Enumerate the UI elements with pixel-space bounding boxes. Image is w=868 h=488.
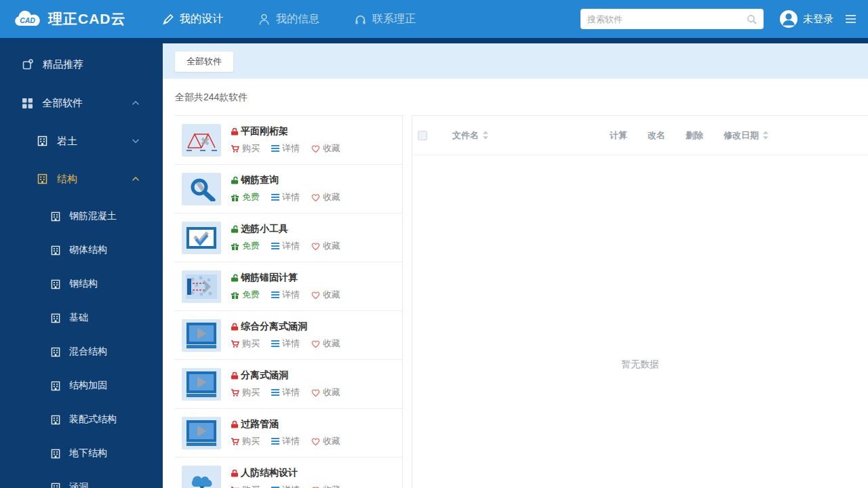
- sidebar-category-label: 岩土: [57, 135, 77, 148]
- software-item-pipe-culvert[interactable]: 过路管涵 购买 详情 收藏: [175, 409, 402, 458]
- header-nav: 我的设计 我的信息 联系理正: [161, 12, 416, 26]
- software-item-anchorage-calc[interactable]: 钢筋锚固计算 免费 详情 收藏: [175, 262, 402, 311]
- lock-closed-icon: [231, 323, 239, 331]
- buy-button[interactable]: 购买: [231, 435, 260, 447]
- buy-button[interactable]: 购买: [231, 484, 260, 488]
- detail-button[interactable]: 详情: [271, 484, 300, 488]
- cart-icon: [231, 340, 239, 348]
- sidebar-sub-mixed[interactable]: 混合结构: [0, 335, 163, 369]
- detail-button[interactable]: 详情: [271, 191, 300, 203]
- lock-closed-icon: [231, 420, 239, 428]
- check-rect-icon: [185, 226, 218, 250]
- free-button[interactable]: 免费: [231, 240, 260, 252]
- nav-my-designs[interactable]: 我的设计: [161, 12, 223, 26]
- sidebar-sub-steel[interactable]: 钢结构: [0, 267, 163, 301]
- detail-button[interactable]: 详情: [271, 142, 300, 155]
- favorite-button[interactable]: 收藏: [311, 338, 340, 350]
- truss-icon: [186, 128, 217, 152]
- sidebar-category-label: 结构: [57, 173, 77, 186]
- heart-icon: [311, 340, 320, 348]
- buy-button[interactable]: 购买: [231, 386, 260, 399]
- sidebar-sub-foundation[interactable]: 基础: [0, 301, 163, 335]
- detail-button[interactable]: 详情: [271, 289, 300, 301]
- login-label: 未登录: [803, 13, 833, 26]
- buy-button[interactable]: 购买: [231, 338, 260, 350]
- top-header: CAD 理正CAD云 我的设计 我的信息 联系理正 未登录: [0, 0, 868, 38]
- software-name: 选筋小工具: [241, 223, 288, 235]
- software-item-separate-culvert[interactable]: 分离式涵洞 购买 详情 收藏: [175, 360, 402, 409]
- search-icon[interactable]: [747, 14, 757, 24]
- column-filename[interactable]: 文件名: [452, 129, 488, 142]
- gift-icon: [231, 242, 239, 250]
- pen-icon: [161, 14, 174, 25]
- favorite-button[interactable]: 收藏: [311, 435, 340, 447]
- sidebar-sub-reinforcement[interactable]: 结构加固: [0, 369, 163, 403]
- heart-icon: [311, 193, 320, 202]
- hamburger-menu-icon[interactable]: [846, 15, 856, 23]
- sidebar-sub-reinforced-concrete[interactable]: 钢筋混凝土: [0, 199, 163, 233]
- software-item-plane-truss[interactable]: 平面刚桁架 购买 详情 收藏: [175, 116, 402, 165]
- sidebar-sub-culvert[interactable]: 涵洞: [0, 470, 163, 488]
- sidebar-sub-label: 基础: [69, 312, 88, 324]
- favorite-button[interactable]: 收藏: [311, 240, 340, 252]
- content-area: 全部共244款软件 平面刚桁架: [163, 79, 868, 488]
- lock-open-icon: [231, 176, 239, 184]
- select-all-checkbox[interactable]: [418, 131, 427, 140]
- tab-strip: 全部软件: [163, 43, 868, 79]
- detail-list-icon: [271, 340, 279, 348]
- column-modified-date[interactable]: 修改日期: [724, 129, 768, 142]
- software-thumbnail: [182, 368, 221, 401]
- avatar-person-icon: [780, 10, 797, 28]
- building-icon: [51, 381, 60, 391]
- favorite-button[interactable]: 收藏: [311, 484, 340, 488]
- software-title: 综合分离式涵洞: [231, 321, 340, 333]
- login-status[interactable]: 未登录: [780, 10, 833, 28]
- logo-text: 理正CAD云: [48, 9, 126, 28]
- software-count-text: 全部共244款软件: [175, 89, 868, 104]
- software-item-civil-defense[interactable]: 人防结构设计 购买 详情 收藏: [175, 458, 402, 488]
- tab-all-software[interactable]: 全部软件: [175, 52, 233, 72]
- building-icon: [51, 245, 60, 256]
- anchorage-icon: [186, 274, 217, 299]
- main-area: 全部软件 全部共244款软件 平面刚桁架: [163, 43, 868, 488]
- software-item-rebar-tool[interactable]: 选筋小工具 免费 详情 收藏: [175, 214, 402, 262]
- sidebar-category-geotech[interactable]: 岩土: [0, 126, 163, 156]
- software-title: 过路管涵: [231, 418, 340, 430]
- sidebar-item-label: 全部软件: [42, 97, 83, 110]
- sidebar-category-structure[interactable]: 结构: [0, 164, 163, 194]
- free-button[interactable]: 免费: [231, 289, 260, 301]
- search-box[interactable]: [580, 9, 764, 29]
- sidebar-item-featured[interactable]: 精品推荐: [0, 49, 163, 79]
- chevron-up-icon: [132, 176, 140, 182]
- sidebar-sub-prefab[interactable]: 装配式结构: [0, 403, 163, 436]
- detail-button[interactable]: 详情: [271, 338, 300, 350]
- favorite-button[interactable]: 收藏: [311, 386, 340, 399]
- detail-button[interactable]: 详情: [271, 435, 300, 447]
- column-rename: 改名: [648, 129, 665, 142]
- buy-button[interactable]: 购买: [231, 142, 260, 155]
- chevron-down-icon: [132, 138, 140, 144]
- sidebar-sub-masonry[interactable]: 砌体结构: [0, 233, 163, 267]
- detail-button[interactable]: 详情: [271, 240, 300, 252]
- software-item-combined-culvert[interactable]: 综合分离式涵洞 购买 详情 收藏: [175, 311, 402, 360]
- software-thumbnail: [182, 319, 221, 352]
- nav-my-info[interactable]: 我的信息: [258, 12, 319, 26]
- search-input[interactable]: [587, 14, 747, 24]
- favorite-button[interactable]: 收藏: [311, 142, 340, 155]
- sidebar-sub-underground[interactable]: 地下结构: [0, 436, 163, 470]
- free-button[interactable]: 免费: [231, 191, 260, 203]
- sort-icon[interactable]: [763, 131, 768, 140]
- sidebar-item-all-software[interactable]: 全部软件: [0, 88, 163, 118]
- software-item-rebar-query[interactable]: 钢筋查询 免费 详情 收藏: [175, 165, 402, 214]
- detail-button[interactable]: 详情: [271, 386, 300, 399]
- favorite-button[interactable]: 收藏: [311, 191, 340, 203]
- software-thumbnail: [182, 222, 221, 254]
- sort-icon[interactable]: [483, 131, 488, 140]
- sidebar-sub-label: 结构加固: [69, 380, 107, 392]
- favorite-button[interactable]: 收藏: [311, 289, 340, 301]
- sidebar-sub-label: 钢结构: [69, 278, 98, 290]
- app-logo[interactable]: CAD 理正CAD云: [0, 9, 156, 28]
- nav-contact[interactable]: 联系理正: [355, 12, 416, 26]
- software-title: 选筋小工具: [231, 223, 340, 235]
- building-icon: [37, 174, 47, 184]
